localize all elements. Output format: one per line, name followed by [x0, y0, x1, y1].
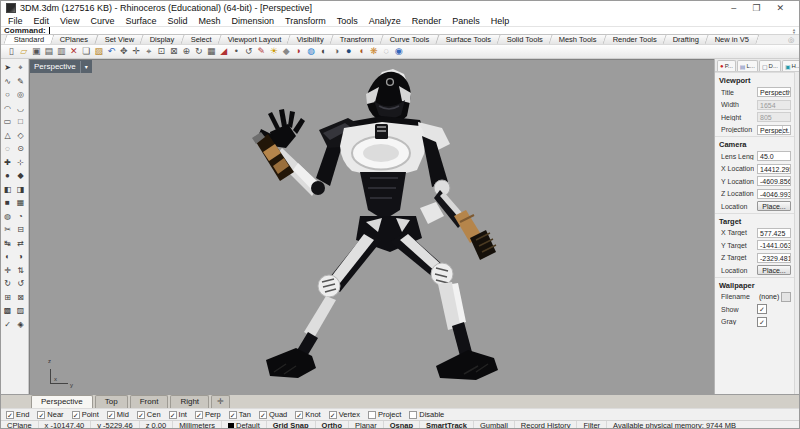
property-value[interactable]: Place... [757, 201, 791, 211]
toolbar-tab[interactable]: Standard [3, 34, 55, 44]
sidebar-tool-icon[interactable]: ∿ [1, 75, 14, 89]
sidebar-tool-icon[interactable]: ⊞ [1, 291, 14, 305]
osnap-checkbox[interactable]: ✓ [72, 411, 80, 419]
property-value[interactable]: 805 [757, 112, 791, 122]
property-value[interactable]: -4609.856 [757, 176, 791, 186]
property-value[interactable]: Perspective [757, 87, 791, 97]
sidebar-tool-icon[interactable]: ✓ [1, 318, 14, 332]
status-pane[interactable]: Record History [515, 421, 578, 429]
sidebar-tool-icon[interactable]: ○ [1, 88, 14, 102]
menu-item[interactable]: Tools [337, 16, 358, 26]
delete-icon[interactable]: ✕ [68, 45, 81, 58]
osnap-toggle[interactable]: ✓ End [6, 410, 29, 419]
rotate-view-icon[interactable]: ↻ [193, 45, 206, 58]
maximize-button[interactable]: ❐ [752, 3, 760, 13]
toolbar-tab[interactable]: Display [140, 34, 186, 44]
viewport-title-label[interactable]: Perspective ▾ [30, 60, 92, 73]
toolbar-tab[interactable]: Transform [330, 34, 385, 44]
lock-icon[interactable]: ◆ [280, 45, 293, 58]
status-pane[interactable]: Default [222, 421, 267, 429]
osnap-toggle[interactable]: ✓ Knot [295, 410, 320, 419]
property-value[interactable]: (none) [757, 292, 791, 302]
copy-clipboard-icon[interactable]: ▥ [55, 45, 68, 58]
osnap-checkbox[interactable]: ✓ [329, 411, 337, 419]
panel-scrollbar[interactable] [794, 72, 799, 394]
menu-item[interactable]: Curve [90, 16, 114, 26]
osnap-toggle[interactable]: ✓ Quad [259, 410, 287, 419]
osnap-toggle[interactable]: ✓ Project [368, 410, 401, 419]
status-pane[interactable]: Planar [349, 421, 384, 429]
sidebar-tool-icon[interactable]: ◆ [14, 169, 27, 183]
command-history-spinner[interactable]: ▲ ▼ [792, 28, 796, 34]
toolbar-tab[interactable]: Visibility [287, 34, 335, 44]
menu-item[interactable]: Surface [125, 16, 156, 26]
perspective-viewport[interactable]: Perspective ▾ [29, 59, 714, 394]
status-pane[interactable]: Osnap [384, 421, 420, 429]
environment-icon[interactable]: ◌ [380, 45, 393, 58]
toolbar-tab[interactable]: Drafting [662, 34, 710, 44]
osnap-toggle[interactable]: ✓ Perp [195, 410, 221, 419]
sidebar-tool-icon[interactable]: ◍ [1, 210, 14, 224]
property-value[interactable]: ✓ [757, 304, 767, 314]
display-tab[interactable]: ▢ D... [759, 60, 781, 71]
osnap-toggle[interactable]: ✓ Mid [107, 410, 129, 419]
viewport-tab[interactable]: Top [95, 395, 128, 408]
toolbar-tab[interactable]: CPlanes [50, 34, 100, 44]
menu-item[interactable]: Mesh [198, 16, 220, 26]
menu-item[interactable]: Edit [34, 16, 50, 26]
toolbar-options-icon[interactable]: ◎ [788, 36, 794, 44]
viewport-menu-chevron-icon[interactable]: ▾ [80, 61, 88, 73]
print-icon[interactable]: ▤ [43, 45, 56, 58]
status-pane[interactable]: Millimeters [173, 421, 222, 429]
osnap-toggle[interactable]: ✓ Int [169, 410, 187, 419]
sidebar-tool-icon[interactable]: □ [14, 115, 27, 129]
status-pane[interactable]: Ortho [316, 421, 349, 429]
property-value[interactable]: 577.425 [757, 228, 791, 238]
osnap-checkbox[interactable]: ✓ [229, 411, 237, 419]
help-icon[interactable]: ◉ [393, 45, 406, 58]
lightbulb-icon[interactable]: ☀ [268, 45, 281, 58]
properties-tab[interactable]: ● P... [717, 60, 736, 71]
sidebar-tool-icon[interactable]: ✎ [14, 75, 27, 89]
sidebar-tool-icon[interactable]: ▦ [14, 196, 27, 210]
viewport-tab[interactable]: Front [130, 395, 169, 408]
sidebar-tool-icon[interactable]: ◐ [1, 250, 14, 264]
menu-item[interactable]: Help [491, 16, 510, 26]
open-folder-icon[interactable]: ▱ [18, 45, 31, 58]
menu-item[interactable]: Panels [452, 16, 480, 26]
property-value[interactable]: 45.0 [757, 151, 791, 161]
toolbar-tab[interactable]: Set View [94, 34, 145, 44]
zoom-dynamic-icon[interactable]: ⌖ [143, 45, 156, 58]
property-value[interactable]: 14412.295 [757, 164, 791, 174]
property-value[interactable]: -2329.481 [757, 253, 791, 263]
sidebar-tool-icon[interactable]: ◠ [1, 102, 14, 116]
material-icon[interactable]: ◖ [355, 45, 368, 58]
toolbar-tab[interactable]: Render Tools [602, 34, 667, 44]
menu-item[interactable]: Analyze [369, 16, 401, 26]
sidebar-tool-icon[interactable]: ✛ [1, 264, 14, 278]
sidebar-tool-icon[interactable]: ▭ [1, 115, 14, 129]
menu-item[interactable]: Transform [285, 16, 326, 26]
osnap-toggle[interactable]: ✓ Point [72, 410, 99, 419]
status-pane[interactable]: CPlane [1, 421, 39, 429]
sidebar-tool-icon[interactable]: ◌ [1, 142, 14, 156]
osnap-toggle[interactable]: ✓ Disable [409, 410, 444, 419]
paste-icon[interactable]: ▨ [93, 45, 106, 58]
sidebar-tool-icon[interactable]: ◧ [1, 183, 14, 197]
toolbar-tab[interactable]: New in V5 [705, 34, 760, 44]
sidebar-tool-icon[interactable]: ◈ [14, 318, 27, 332]
osnap-toggle[interactable]: ✓ Cen [137, 410, 161, 419]
undo-icon[interactable]: ↶ [105, 45, 118, 58]
texture-icon[interactable]: ❋ [368, 45, 381, 58]
save-icon[interactable]: ▣ [30, 45, 43, 58]
menu-item[interactable]: File [8, 16, 23, 26]
osnap-point-icon[interactable]: • [230, 45, 243, 58]
toolbar-tab[interactable]: Mesh Tools [549, 34, 608, 44]
cplane-icon[interactable]: ◢ [218, 45, 231, 58]
osnap-checkbox[interactable]: ✓ [169, 411, 177, 419]
osnap-checkbox[interactable]: ✓ [137, 411, 145, 419]
zoom-selected-icon[interactable]: ⊕ [180, 45, 193, 58]
copy-icon[interactable]: ❏ [80, 45, 93, 58]
sidebar-tool-icon[interactable]: ⊟ [14, 223, 27, 237]
status-pane[interactable]: Filter [577, 421, 607, 429]
